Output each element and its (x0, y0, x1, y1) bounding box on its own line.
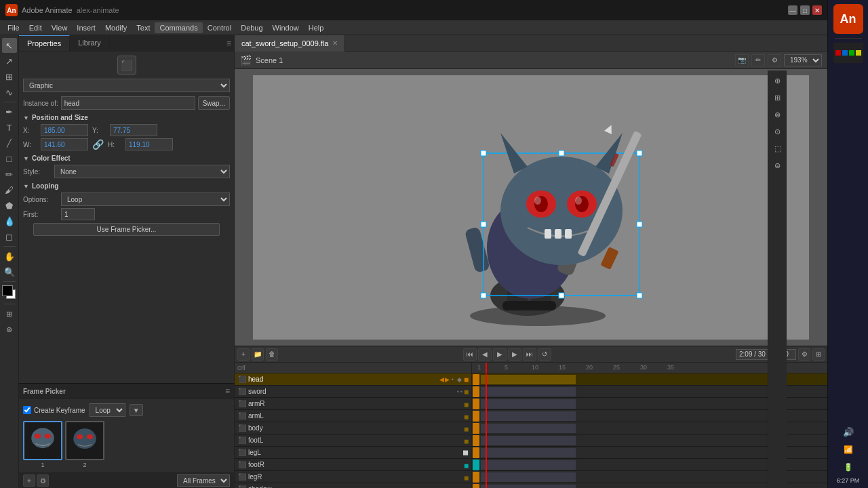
menu-window[interactable]: Window (268, 22, 304, 33)
x-input[interactable] (41, 124, 88, 136)
tl-more-btn[interactable]: ⊞ (812, 348, 825, 361)
tab-library[interactable]: Library (70, 35, 110, 51)
add-layer-btn[interactable]: + (23, 474, 35, 487)
layer-row-shadow[interactable]: ⬛ shadow ◼ (235, 483, 471, 488)
frame-picker-options-btn[interactable]: ▼ (130, 404, 143, 416)
layer-row-armL[interactable]: ⬛ armL ◼ (235, 410, 471, 422)
play-last-btn[interactable]: ⏭ (523, 348, 536, 361)
right-btn-6[interactable]: ⊜ (770, 158, 785, 173)
layer-row-legR[interactable]: ⬛ legR ◼ (235, 471, 471, 483)
hand-tool[interactable]: ✋ (2, 249, 17, 264)
step-back-btn[interactable]: ◀ (478, 348, 492, 361)
right-btn-2[interactable]: ⊞ (770, 90, 785, 105)
loop-options-select[interactable]: Loop Play Once Single Frame Off (61, 192, 230, 206)
kf-shadow-1[interactable] (473, 484, 479, 489)
pencil-tool[interactable]: ✏ (2, 167, 17, 182)
edit-scene-btn[interactable]: ✏ (751, 54, 765, 66)
menu-text[interactable]: Text (132, 22, 155, 33)
zoom-tool[interactable]: 🔍 (2, 264, 17, 279)
link-proportions-icon[interactable]: 🔗 (92, 139, 104, 150)
looping-header[interactable]: ▼ Looping (23, 182, 230, 190)
swap-button[interactable]: Swap... (198, 96, 230, 110)
color-effect-header[interactable]: ▼ Color Effect (23, 155, 230, 162)
kf-legR-1[interactable] (473, 472, 479, 483)
menu-control[interactable]: Control (203, 22, 236, 33)
subselection-tool[interactable]: ↗ (2, 54, 17, 68)
kf-armL-1[interactable] (473, 411, 479, 422)
all-frames-select[interactable]: All Frames (177, 474, 230, 487)
right-btn-3[interactable]: ⊗ (770, 107, 785, 122)
symbol-type-select[interactable]: Graphic (23, 79, 230, 92)
layer-head-keyframe-indicator[interactable]: ◼ (464, 376, 469, 383)
line-tool[interactable]: ╱ (2, 136, 17, 150)
style-select[interactable]: None (54, 165, 230, 178)
layer-row-legL[interactable]: ⬛ legL ◼ (235, 447, 471, 459)
tl-settings-btn[interactable]: ⚙ (798, 348, 810, 361)
play-btn[interactable]: ▶ (493, 348, 507, 361)
layer-head-play-fwd[interactable]: ▶ (445, 376, 450, 383)
menu-commands[interactable]: Commands (155, 22, 202, 33)
settings-btn[interactable]: ⚙ (37, 474, 49, 487)
step-fwd-btn[interactable]: ▶ (508, 348, 521, 361)
eyedropper-tool[interactable]: 💧 (2, 214, 17, 228)
w-input[interactable] (41, 138, 88, 150)
loop-type-select[interactable]: Loop (90, 403, 125, 417)
right-btn-5[interactable]: ⬚ (770, 141, 785, 156)
text-tool[interactable]: T (2, 120, 17, 135)
play-first-btn[interactable]: ⏮ (463, 348, 477, 361)
kf-body-1[interactable] (473, 423, 479, 434)
menu-view[interactable]: View (47, 22, 73, 33)
tl-new-layer-btn[interactable]: + (237, 348, 250, 361)
kf-footL-1[interactable] (473, 435, 479, 446)
eraser-tool[interactable]: ◻ (2, 229, 17, 244)
paint-bucket-tool[interactable]: ⬟ (2, 198, 17, 213)
right-btn-4[interactable]: ⊙ (770, 124, 785, 139)
menu-edit[interactable]: Edit (24, 22, 47, 33)
layer-row-head[interactable]: ⬛ head ◀ ▶ • ◆ ◼ (235, 373, 471, 386)
menu-debug[interactable]: Debug (236, 22, 267, 33)
panel-menu-btn[interactable]: ≡ (110, 35, 234, 51)
camera-btn[interactable]: 📷 (735, 54, 749, 66)
free-transform-tool[interactable]: ⊞ (2, 69, 17, 84)
brush-tool[interactable]: 🖌 (2, 182, 17, 197)
layer-row-sword[interactable]: ⬛ sword • • ◼ (235, 386, 471, 398)
lasso-tool[interactable]: ∿ (2, 85, 17, 100)
h-input[interactable] (125, 138, 173, 150)
instance-name-input[interactable] (61, 96, 195, 110)
create-keyframe-checkbox[interactable] (23, 406, 31, 414)
position-size-header[interactable]: ▼ Position and Size (23, 114, 230, 121)
menu-modify[interactable]: Modify (100, 22, 132, 33)
tab-properties[interactable]: Properties (19, 35, 70, 51)
frame-thumb-img-2[interactable] (65, 421, 104, 460)
kf-armR-1[interactable] (473, 399, 479, 409)
layer-row-body[interactable]: ⬛ body ◼ (235, 422, 471, 434)
frame-picker-menu-icon[interactable]: ≡ (225, 386, 230, 396)
kf-head-1[interactable] (473, 374, 479, 385)
zoom-select[interactable]: 193% (784, 54, 822, 66)
layer-row-footL[interactable]: ⬛ footL ◼ (235, 434, 471, 447)
create-keyframe-label[interactable]: Create Keyframe (23, 406, 85, 414)
close-button[interactable]: ✕ (812, 5, 822, 15)
first-frame-input[interactable] (61, 208, 95, 220)
clock-widget[interactable]: 6:27 PM (837, 477, 860, 484)
minimize-button[interactable]: — (788, 5, 797, 15)
rect-tool[interactable]: □ (2, 151, 17, 166)
use-frame-picker-button[interactable]: Use Frame Picker... (33, 223, 220, 236)
selection-tool[interactable]: ↖ (2, 38, 17, 53)
layer-head-play-back[interactable]: ◀ (439, 376, 444, 383)
frame-thumb-img-1[interactable] (23, 421, 62, 460)
layer-head-diamond[interactable]: ◆ (456, 376, 463, 383)
sound-icon[interactable]: 🔊 (841, 424, 856, 439)
doc-tab-close[interactable]: ✕ (332, 39, 338, 47)
menu-help[interactable]: Help (304, 22, 329, 33)
kf-footR-1[interactable] (473, 460, 479, 470)
menu-file[interactable]: File (3, 22, 24, 33)
y-input[interactable] (110, 124, 157, 136)
layer-head-dot[interactable]: • (450, 376, 455, 383)
asset-warp-tool[interactable]: ⊛ (2, 322, 17, 337)
kf-legL-1[interactable] (473, 447, 479, 458)
scene-settings-btn[interactable]: ⚙ (768, 54, 781, 66)
animate-app-icon[interactable]: An (833, 4, 863, 34)
loop-btn[interactable]: ↺ (538, 348, 551, 361)
tl-folder-btn[interactable]: 📁 (252, 348, 264, 361)
